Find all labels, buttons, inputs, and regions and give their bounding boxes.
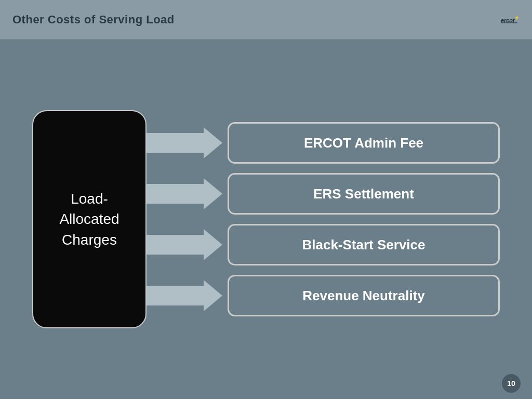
main-content: Load-AllocatedCharges ERCOT Admin Fee — [0, 39, 532, 399]
row-revenue-neutrality: Revenue Neutrality — [147, 275, 500, 316]
arrow-1 — [147, 178, 222, 209]
left-box-label: Load-AllocatedCharges — [59, 189, 119, 250]
arrow-body-0 — [147, 133, 204, 153]
arrow-head-1 — [204, 178, 222, 209]
arrow-body-3 — [147, 286, 204, 305]
arrow-head-0 — [204, 127, 222, 158]
logo: ercot ⚡ — [501, 10, 520, 29]
label-revenue-neutrality: Revenue Neutrality — [302, 288, 425, 304]
box-black-start-service: Black-Start Service — [228, 224, 500, 265]
arrow-2 — [147, 229, 222, 260]
label-ers-settlement: ERS Settlement — [313, 186, 414, 202]
row-ercot-admin-fee: ERCOT Admin Fee — [147, 122, 500, 164]
header: Other Costs of Serving Load ercot ⚡ — [0, 0, 532, 39]
arrow-head-2 — [204, 229, 222, 260]
slide: Other Costs of Serving Load ercot ⚡ Load… — [0, 0, 532, 399]
arrow-3 — [147, 280, 222, 311]
ercot-logo-icon: ercot ⚡ — [501, 10, 520, 29]
row-ers-settlement: ERS Settlement — [147, 173, 500, 215]
row-black-start-service: Black-Start Service — [147, 224, 500, 265]
box-ers-settlement: ERS Settlement — [228, 173, 500, 215]
arrow-0 — [147, 127, 222, 158]
page-title: Other Costs of Serving Load — [12, 13, 175, 26]
arrow-head-3 — [204, 280, 222, 311]
label-black-start-service: Black-Start Service — [302, 237, 425, 253]
diagram: Load-AllocatedCharges ERCOT Admin Fee — [32, 110, 500, 328]
page-number: 10 — [502, 374, 521, 393]
right-section: ERCOT Admin Fee ERS Settlement — [147, 122, 500, 316]
left-box-load-allocated: Load-AllocatedCharges — [32, 110, 147, 328]
svg-text:ercot: ercot — [501, 17, 515, 23]
label-ercot-admin-fee: ERCOT Admin Fee — [304, 135, 423, 151]
box-revenue-neutrality: Revenue Neutrality — [228, 275, 500, 316]
arrow-body-1 — [147, 184, 204, 204]
svg-text:⚡: ⚡ — [514, 15, 520, 21]
box-ercot-admin-fee: ERCOT Admin Fee — [228, 122, 500, 164]
arrow-body-2 — [147, 235, 204, 255]
